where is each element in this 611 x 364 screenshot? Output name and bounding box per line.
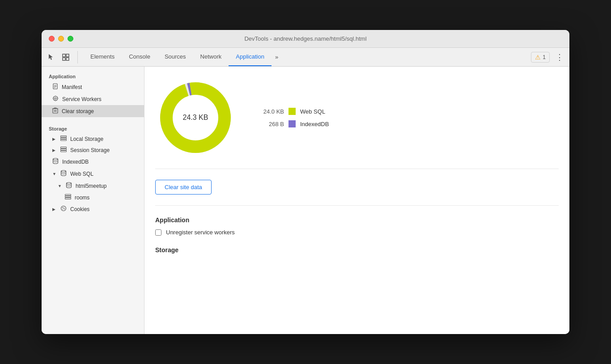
sidebar-section-storage: Storage (42, 123, 144, 133)
warning-badge[interactable]: ⚠ 1 (531, 52, 550, 63)
sidebar-item-rooms[interactable]: rooms (42, 192, 144, 203)
application-section: Application Unregister service workers (155, 216, 559, 236)
application-section-title: Application (155, 216, 559, 224)
chart-section: 24.3 KB 24.0 KB Web SQL 268 B IndexedDB (155, 77, 559, 169)
svg-point-37 (63, 208, 64, 209)
tabs-bar: Elements Console Sources Network Applica… (83, 48, 531, 66)
clear-storage-label: Clear storage (62, 108, 94, 114)
chart-legend: 24.0 KB Web SQL 268 B IndexedDB (257, 108, 329, 127)
unregister-service-workers-row: Unregister service workers (155, 229, 559, 236)
svg-rect-0 (63, 54, 65, 57)
service-workers-label: Service Workers (62, 96, 102, 102)
cookies-icon (60, 205, 67, 213)
web-sql-label: Web SQL (70, 171, 93, 177)
session-storage-icon (60, 147, 67, 153)
local-storage-icon (60, 135, 67, 142)
sidebar-item-clear-storage[interactable]: Clear storage (42, 105, 144, 117)
svg-rect-3 (66, 58, 69, 60)
web-sql-arrow: ▼ (52, 172, 57, 176)
maximize-button[interactable] (68, 36, 73, 42)
main-area: Application Manifest Service Workers Cle… (42, 67, 569, 334)
inspector-icon (62, 53, 70, 61)
session-storage-arrow: ▶ (52, 148, 57, 152)
traffic-lights (49, 36, 73, 42)
donut-chart: 24.3 KB (155, 77, 236, 158)
svg-point-36 (62, 209, 63, 210)
clear-site-data-button[interactable]: Clear site data (155, 180, 212, 195)
rooms-icon (65, 194, 71, 201)
html5meetup-icon (66, 182, 72, 190)
sidebar-item-manifest[interactable]: Manifest (42, 81, 144, 93)
sidebar-item-html5meetup[interactable]: ▼ html5meetup (42, 180, 144, 192)
svg-point-33 (62, 207, 63, 208)
cursor-icon (47, 53, 55, 61)
storage-section-title: Storage (155, 246, 559, 254)
clear-site-section: Clear site data (155, 180, 559, 206)
clear-storage-icon (52, 107, 58, 115)
svg-rect-2 (63, 58, 65, 60)
web-sql-legend-label: Web SQL (300, 108, 325, 115)
inspector-icon-button[interactable] (59, 51, 72, 63)
indexed-db-legend-label: IndexedDB (300, 121, 329, 127)
indexed-db-value: 268 B (257, 121, 284, 127)
sidebar-item-local-storage[interactable]: ▶ Local Storage (42, 133, 144, 144)
minimize-button[interactable] (58, 36, 64, 42)
more-options-button[interactable]: ⋮ (553, 51, 566, 63)
svg-point-9 (55, 97, 56, 99)
warning-icon: ⚠ (535, 54, 541, 61)
web-sql-color-swatch (289, 108, 296, 115)
sidebar-item-cookies[interactable]: ▶ Cookies (42, 203, 144, 215)
svg-rect-25 (61, 151, 67, 152)
svg-rect-16 (54, 108, 56, 109)
sidebar: Application Manifest Service Workers Cle… (42, 67, 144, 334)
svg-rect-24 (61, 149, 67, 150)
local-storage-arrow: ▶ (52, 137, 57, 141)
unregister-service-workers-label: Unregister service workers (166, 229, 235, 236)
indexeddb-icon (52, 158, 59, 165)
html5meetup-arrow: ▼ (58, 184, 62, 188)
svg-point-26 (53, 158, 58, 160)
tab-sources[interactable]: Sources (157, 48, 193, 66)
titlebar: DevTools - andrew.hedges.name/html5/sql.… (42, 30, 569, 48)
svg-rect-21 (61, 138, 67, 139)
svg-rect-23 (61, 147, 67, 148)
tab-console[interactable]: Console (122, 48, 157, 66)
svg-rect-22 (61, 140, 67, 141)
legend-web-sql: 24.0 KB Web SQL (257, 108, 329, 115)
tab-network[interactable]: Network (193, 48, 229, 66)
svg-point-27 (61, 170, 66, 172)
donut-center-label: 24.3 KB (183, 114, 208, 122)
indexeddb-label: IndexedDB (62, 159, 89, 165)
window-title: DevTools - andrew.hedges.name/html5/sql.… (244, 35, 366, 42)
rooms-label: rooms (75, 195, 89, 201)
manifest-label: Manifest (62, 84, 82, 90)
devtools-window: DevTools - andrew.hedges.name/html5/sql.… (42, 30, 569, 334)
sidebar-item-service-workers[interactable]: Service Workers (42, 93, 144, 105)
tab-application[interactable]: Application (229, 48, 272, 66)
cookies-arrow: ▶ (52, 207, 57, 212)
svg-rect-20 (61, 136, 67, 137)
session-storage-label: Session Storage (70, 147, 110, 153)
unregister-service-workers-checkbox[interactable] (155, 229, 161, 236)
tab-more-button[interactable]: » (272, 48, 282, 66)
storage-section: Storage (155, 246, 559, 254)
manifest-icon (52, 83, 58, 91)
indexed-db-color-swatch (289, 120, 296, 127)
html5meetup-label: html5meetup (76, 183, 106, 189)
cursor-icon-button[interactable] (45, 51, 58, 63)
toolbar-right: ⚠ 1 ⋮ (531, 51, 566, 63)
svg-point-8 (53, 96, 58, 101)
sidebar-item-indexeddb[interactable]: IndexedDB (42, 156, 144, 168)
service-workers-icon (52, 95, 59, 103)
svg-point-28 (67, 182, 72, 184)
toolbar: Elements Console Sources Network Applica… (42, 48, 569, 67)
svg-rect-29 (65, 195, 71, 196)
sidebar-item-session-storage[interactable]: ▶ Session Storage (42, 144, 144, 156)
close-button[interactable] (49, 36, 55, 42)
local-storage-label: Local Storage (70, 136, 103, 142)
sidebar-item-web-sql[interactable]: ▼ Web SQL (42, 168, 144, 180)
svg-rect-1 (66, 54, 69, 57)
tab-elements[interactable]: Elements (83, 48, 122, 66)
sidebar-section-application: Application (42, 70, 144, 81)
content-area: 24.3 KB 24.0 KB Web SQL 268 B IndexedDB (144, 67, 569, 334)
